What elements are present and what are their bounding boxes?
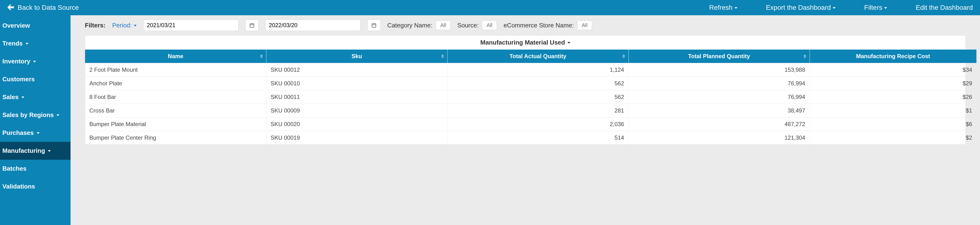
cell-actual-qty: 1,124 bbox=[447, 63, 628, 77]
layout: OverviewTrendsInventoryCustomersSalesSal… bbox=[0, 15, 980, 225]
category-name-filter[interactable]: All bbox=[436, 21, 450, 30]
cell-sku: SKU 00009 bbox=[266, 104, 447, 118]
col-planned-qty[interactable]: Total Planned Quantity bbox=[628, 49, 810, 63]
sort-icon bbox=[622, 54, 625, 58]
cell-name: Bumper Plate Material bbox=[85, 118, 266, 131]
sidebar-item-label: Overview bbox=[2, 22, 30, 29]
back-to-data-source-link[interactable]: 🡰 Back to Data Source bbox=[7, 4, 79, 11]
cell-sku: SKU 00010 bbox=[266, 77, 447, 90]
table-row[interactable]: Cross BarSKU 0000928138,497$1 bbox=[85, 104, 977, 118]
sidebar-item-label: Batches bbox=[2, 165, 27, 172]
sidebar-item-sales-by-regions[interactable]: Sales by Regions bbox=[0, 106, 70, 124]
sidebar-item-purchases[interactable]: Purchases bbox=[0, 124, 70, 142]
filters-bar: Filters: Period: Category Name: All Sour… bbox=[70, 15, 980, 35]
cell-recipe-cost: $6 bbox=[810, 118, 977, 131]
sidebar-item-validations[interactable]: Validations bbox=[0, 177, 70, 195]
cell-name: Bumper Plate Center Ring bbox=[85, 131, 266, 145]
cell-recipe-cost: $34 bbox=[810, 63, 977, 77]
sidebar-item-label: Sales by Regions bbox=[2, 111, 54, 119]
back-label: Back to Data Source bbox=[18, 4, 79, 11]
cell-actual-qty: 562 bbox=[447, 77, 628, 90]
col-name[interactable]: Name bbox=[85, 49, 266, 63]
cell-planned-qty: 487,272 bbox=[628, 118, 810, 131]
topbar: 🡰 Back to Data Source Refresh Export the… bbox=[0, 0, 980, 15]
chevron-down-icon bbox=[37, 132, 40, 134]
sidebar: OverviewTrendsInventoryCustomersSalesSal… bbox=[0, 15, 70, 225]
cell-actual-qty: 2,036 bbox=[447, 118, 628, 131]
store-name-filter[interactable]: All bbox=[577, 21, 592, 30]
col-recipe-cost[interactable]: Manufacturing Recipe Cost bbox=[810, 49, 977, 63]
col-sku[interactable]: Sku bbox=[266, 49, 447, 63]
source-label: Source: bbox=[457, 22, 479, 29]
cell-sku: SKU 00020 bbox=[266, 118, 447, 131]
chevron-down-icon bbox=[134, 25, 137, 26]
calendar-icon bbox=[249, 22, 255, 28]
table-row[interactable]: 8 Foot BarSKU 0001156276,994$26 bbox=[85, 90, 977, 104]
table-row[interactable]: Anchor PlateSKU 0001056276,994$29 bbox=[85, 77, 977, 90]
cell-recipe-cost: $1 bbox=[810, 104, 977, 118]
chevron-down-icon bbox=[25, 43, 29, 45]
cell-planned-qty: 76,994 bbox=[628, 90, 810, 104]
sidebar-item-customers[interactable]: Customers bbox=[0, 70, 70, 88]
sort-icon bbox=[260, 54, 263, 58]
chevron-down-icon bbox=[48, 150, 51, 152]
edit-dashboard-button[interactable]: Edit the Dashboard bbox=[916, 4, 973, 11]
sidebar-item-manufacturing[interactable]: Manufacturing bbox=[0, 142, 70, 160]
sidebar-item-overview[interactable]: Overview bbox=[0, 17, 70, 35]
chevron-down-icon bbox=[33, 61, 36, 62]
category-name-label: Category Name: bbox=[387, 22, 432, 29]
sidebar-item-label: Inventory bbox=[2, 58, 30, 65]
table-row[interactable]: Bumper Plate Center RingSKU 00019514121,… bbox=[85, 131, 977, 145]
cell-planned-qty: 76,994 bbox=[628, 77, 810, 90]
chevron-down-icon bbox=[21, 97, 24, 98]
sidebar-item-batches[interactable]: Batches bbox=[0, 160, 70, 177]
cell-sku: SKU 00011 bbox=[266, 90, 447, 104]
date-start-input[interactable] bbox=[143, 19, 239, 31]
period-dropdown[interactable]: Period: bbox=[112, 22, 137, 29]
chevron-down-icon bbox=[56, 115, 59, 116]
sidebar-item-label: Trends bbox=[2, 40, 23, 47]
filters-heading: Filters: bbox=[85, 22, 106, 29]
calendar-start-button[interactable] bbox=[245, 19, 259, 31]
chevron-down-icon bbox=[568, 42, 570, 44]
sidebar-item-label: Sales bbox=[2, 93, 19, 101]
cell-planned-qty: 38,497 bbox=[628, 104, 810, 118]
filters-dropdown-button[interactable]: Filters bbox=[864, 4, 887, 11]
chevron-down-icon bbox=[884, 7, 887, 9]
sidebar-item-sales[interactable]: Sales bbox=[0, 88, 70, 106]
calendar-end-button[interactable] bbox=[367, 19, 380, 31]
store-name-label: eCommerce Store Name: bbox=[504, 22, 574, 29]
cell-recipe-cost: $29 bbox=[810, 77, 977, 90]
sidebar-item-inventory[interactable]: Inventory bbox=[0, 53, 70, 70]
date-end-input[interactable] bbox=[265, 19, 361, 31]
col-actual-qty[interactable]: Total Actual Quantity bbox=[447, 49, 628, 63]
cell-name: 2 Foot Plate Mount bbox=[85, 63, 266, 77]
cell-name: 8 Foot Bar bbox=[85, 90, 266, 104]
cell-sku: SKU 00012 bbox=[266, 63, 447, 77]
sort-icon bbox=[441, 54, 444, 58]
export-dashboard-button[interactable]: Export the Dashboard bbox=[766, 4, 835, 11]
sidebar-item-trends[interactable]: Trends bbox=[0, 35, 70, 53]
sidebar-item-label: Purchases bbox=[2, 129, 34, 137]
sidebar-item-label: Customers bbox=[2, 75, 35, 83]
table-row[interactable]: Bumper Plate MaterialSKU 000202,036487,2… bbox=[85, 118, 977, 131]
sort-icon bbox=[803, 54, 806, 58]
table-row[interactable]: 2 Foot Plate MountSKU 000121,124153,988$… bbox=[85, 63, 977, 77]
cell-sku: SKU 00019 bbox=[266, 131, 447, 145]
cell-actual-qty: 514 bbox=[447, 131, 628, 145]
cell-recipe-cost: $26 bbox=[810, 90, 977, 104]
cell-name: Cross Bar bbox=[85, 104, 266, 118]
cell-actual-qty: 281 bbox=[447, 104, 628, 118]
chevron-down-icon bbox=[833, 7, 835, 9]
cell-recipe-cost: $2 bbox=[810, 131, 977, 145]
panel-title-dropdown[interactable]: Manufacturing Material Used bbox=[85, 35, 966, 49]
svg-rect-0 bbox=[250, 24, 254, 27]
source-filter[interactable]: All bbox=[482, 21, 497, 30]
topbar-actions: Refresh Export the Dashboard Filters Edi… bbox=[709, 4, 973, 11]
sidebar-item-label: Validations bbox=[2, 183, 35, 190]
arrow-left-icon: 🡰 bbox=[7, 4, 14, 11]
cell-actual-qty: 562 bbox=[447, 90, 628, 104]
material-table: Name Sku Total Actual Quantity Total Pla… bbox=[85, 49, 977, 144]
refresh-button[interactable]: Refresh bbox=[709, 4, 737, 11]
calendar-icon bbox=[371, 22, 377, 28]
